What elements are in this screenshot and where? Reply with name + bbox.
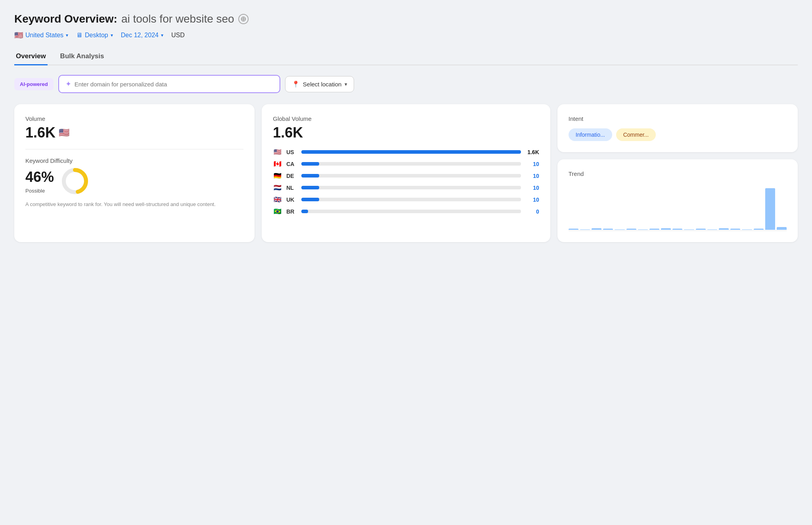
global-volume-card: Global Volume 1.6K 🇺🇸US1.6K🇨🇦CA10🇩🇪DE10🇳… [262,104,550,242]
trend-bar [742,229,752,230]
trend-bar [592,228,601,230]
date-label: Dec 12, 2024 [121,32,159,39]
country-code-label: UK [286,197,297,203]
trend-bar [580,229,590,230]
trend-bar [777,227,787,230]
intent-label: Intent [569,115,787,122]
volume-label: Volume [25,115,243,122]
country-chevron-icon: ▾ [66,32,68,38]
kd-row: 46% Possible [25,167,243,195]
country-value: 10 [525,197,539,203]
device-chevron-icon: ▾ [111,32,113,38]
country-bar-bg [301,210,521,213]
trend-bar [649,229,659,230]
country-value: 0 [525,208,539,215]
country-list: 🇺🇸US1.6K🇨🇦CA10🇩🇪DE10🇳🇱NL10🇬🇧UK10🇧🇷BR0 [273,148,539,215]
trend-bar-container [569,183,787,231]
country-flag-icon: 🇺🇸 [273,148,282,156]
country-value: 10 [525,173,539,179]
page-title: Keyword Overview: ai tools for website s… [14,13,798,25]
country-bar-bg [301,198,521,201]
country-bar-fill [301,150,521,154]
country-bar-bg [301,174,521,178]
global-volume-value: 1.6K [273,124,539,141]
country-flag-icon: 🇧🇷 [273,208,282,215]
card-divider [25,149,243,149]
trend-bar [707,229,717,230]
kd-value: 46% [25,169,54,185]
country-flag-icon: 🇬🇧 [273,196,282,203]
trend-bar [754,229,764,230]
intent-badge-info: Informatio... [569,128,612,141]
trend-bar [730,229,740,230]
trend-chart [569,183,787,231]
country-code-label: CA [286,161,297,167]
cards-row: Volume 1.6K 🇺🇸 Keyword Difficulty 46% Po… [14,104,798,242]
country-flag-icon: 🇳🇱 [273,184,282,191]
tab-overview[interactable]: Overview [14,48,48,65]
country-code-label: BR [286,208,297,215]
date-chevron-icon: ▾ [161,32,163,38]
location-label: Select location [303,81,342,88]
kd-description: A competitive keyword to rank for. You w… [25,200,243,208]
trend-bar [765,188,775,230]
country-flag-icon: 🇨🇦 [273,160,282,168]
country-value: 10 [525,161,539,167]
trend-bar [626,229,636,230]
country-row: 🇧🇷BR0 [273,208,539,215]
device-label: Desktop [85,32,108,39]
location-chevron-icon: ▾ [345,81,347,87]
trend-bar [719,228,729,230]
country-bar-bg [301,186,521,189]
country-value: 10 [525,185,539,191]
country-row: 🇳🇱NL10 [273,184,539,191]
domain-input-wrapper[interactable]: ✦ [58,75,280,93]
country-bar-bg [301,162,521,166]
country-code-label: US [286,149,297,155]
filter-bar: 🇺🇸 United States ▾ 🖥 Desktop ▾ Dec 12, 2… [14,31,798,40]
country-bar-fill [301,186,319,189]
country-row: 🇩🇪DE10 [273,172,539,179]
global-volume-label: Global Volume [273,115,539,122]
intent-badges: Informatio...Commer... [569,128,787,141]
country-row: 🇬🇧UK10 [273,196,539,203]
country-label: United States [25,32,63,39]
trend-bar [603,229,613,230]
country-bar-fill [301,162,319,166]
country-row: 🇺🇸US1.6K [273,148,539,156]
keyword-text: ai tools for website seo [121,13,234,25]
volume-kd-card: Volume 1.6K 🇺🇸 Keyword Difficulty 46% Po… [14,104,255,242]
currency-label: USD [171,32,185,39]
trend-bar [615,229,624,230]
trend-bar [638,229,648,230]
kd-possible: Possible [25,188,54,194]
tab-bulk-analysis[interactable]: Bulk Analysis [59,48,106,65]
device-filter[interactable]: 🖥 Desktop ▾ [76,32,113,39]
volume-flag: 🇺🇸 [59,128,69,138]
kd-donut-chart [61,167,89,195]
date-filter[interactable]: Dec 12, 2024 ▾ [121,32,163,39]
country-bar-bg [301,150,521,154]
title-prefix: Keyword Overview: [14,13,117,25]
country-value: 1.6K [525,149,539,155]
trend-bar [672,229,682,230]
intent-card: Intent Informatio...Commer... [557,104,798,152]
location-icon: 📍 [292,80,300,88]
country-bar-fill [301,174,319,178]
sparkle-icon: ✦ [65,80,71,88]
intent-badge-commercial: Commer... [616,128,656,141]
country-filter[interactable]: 🇺🇸 United States ▾ [14,31,68,40]
country-code-label: NL [286,185,297,191]
domain-input[interactable] [75,81,273,88]
volume-value: 1.6K 🇺🇸 [25,124,243,141]
trend-bar [696,229,706,230]
country-code-label: DE [286,173,297,179]
trend-bar [661,228,671,230]
tab-bar: Overview Bulk Analysis [14,48,798,65]
country-flag-icon: 🇩🇪 [273,172,282,179]
add-keyword-icon[interactable]: ⊕ [238,14,249,24]
search-row: AI-powered ✦ 📍 Select location ▾ [14,75,798,93]
country-bar-fill [301,198,319,201]
trend-bar [569,229,578,230]
location-selector[interactable]: 📍 Select location ▾ [285,76,354,92]
